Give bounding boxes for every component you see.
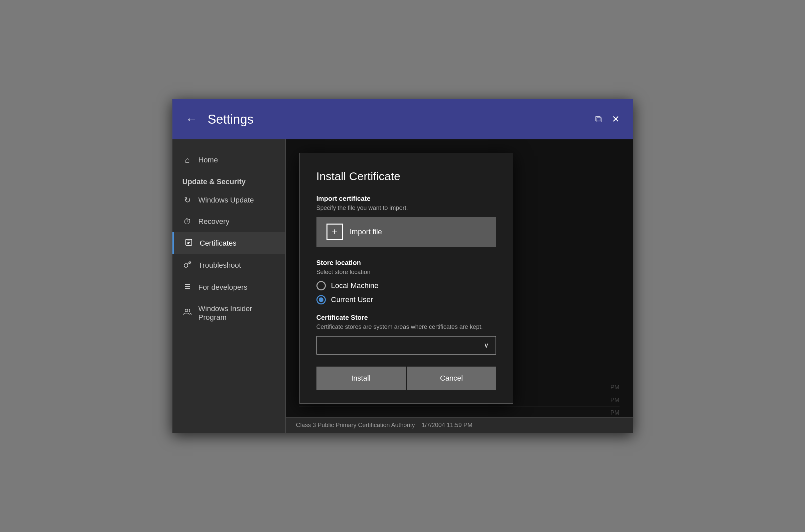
settings-window: ← Settings ⧉ ✕ ⌂ Home Update & Security … — [172, 99, 633, 433]
current-user-label: Current User — [331, 296, 373, 304]
dropdown-arrow-icon: ∨ — [484, 341, 489, 349]
import-plus-icon: + — [326, 224, 343, 240]
store-location-desc: Select store location — [317, 269, 496, 276]
sidebar-item-home[interactable]: ⌂ Home — [172, 149, 285, 171]
recovery-icon: ⏱ — [183, 217, 192, 226]
sidebar-item-for-developers[interactable]: For developers — [172, 277, 285, 299]
import-section-label: Import certificate — [317, 195, 496, 203]
svg-point-4 — [185, 309, 188, 312]
sidebar-item-windows-update[interactable]: ↻ Windows Update — [172, 189, 285, 211]
dialog-buttons: Install Cancel — [317, 366, 496, 390]
store-location-section: Store location Select store location Loc… — [317, 259, 496, 304]
local-machine-radio[interactable] — [317, 281, 326, 290]
current-user-radio[interactable] — [317, 295, 326, 304]
titlebar: ← Settings ⧉ ✕ — [172, 99, 633, 139]
insider-icon — [183, 308, 192, 318]
sidebar-home-label: Home — [198, 156, 218, 165]
cert-store-dropdown[interactable]: ∨ — [317, 336, 496, 355]
dialog-overlay: Install Certificate Import certificate S… — [286, 139, 633, 433]
sidebar-item-insider[interactable]: Windows Insider Program — [172, 299, 285, 328]
local-machine-option[interactable]: Local Machine — [317, 281, 496, 290]
cert-store-section: Certificate Store Certificate stores are… — [317, 314, 496, 355]
sidebar-section-label: Update & Security — [172, 171, 285, 189]
local-machine-label: Local Machine — [331, 281, 379, 290]
sidebar-item-troubleshoot[interactable]: Troubleshoot — [172, 254, 285, 277]
back-button[interactable]: ← — [186, 113, 198, 125]
sidebar: ⌂ Home Update & Security ↻ Windows Updat… — [172, 139, 286, 433]
import-button-label: Import file — [350, 228, 382, 236]
windows-update-icon: ↻ — [183, 195, 192, 205]
main-area: PM PM PM Install Certificate — [286, 139, 633, 433]
bottom-status-bar: Class 3 Public Primary Certification Aut… — [286, 417, 633, 433]
import-file-button[interactable]: + Import file — [317, 217, 496, 247]
bottom-cert-date: 1/7/2004 11:59 PM — [422, 422, 473, 429]
sidebar-insider-label: Windows Insider Program — [198, 304, 252, 322]
sidebar-windows-update-label: Windows Update — [198, 196, 254, 205]
sidebar-item-recovery[interactable]: ⏱ Recovery — [172, 211, 285, 232]
developers-icon — [183, 282, 192, 292]
cancel-button[interactable]: Cancel — [407, 366, 496, 390]
sidebar-certificates-label: Certificates — [200, 239, 236, 248]
troubleshoot-icon — [183, 260, 192, 270]
cert-store-label: Certificate Store — [317, 314, 496, 321]
window-controls: ⧉ ✕ — [595, 115, 619, 124]
restore-button[interactable]: ⧉ — [595, 115, 602, 124]
certificates-icon — [184, 238, 194, 248]
cert-store-desc: Certificate stores are system areas wher… — [317, 323, 496, 330]
current-user-option[interactable]: Current User — [317, 295, 496, 304]
import-section-desc: Specify the file you want to import. — [317, 205, 496, 211]
bottom-cert-name: Class 3 Public Primary Certification Aut… — [296, 422, 415, 429]
content-area: ⌂ Home Update & Security ↻ Windows Updat… — [172, 139, 633, 433]
close-button[interactable]: ✕ — [612, 115, 619, 124]
dialog-title: Install Certificate — [317, 170, 496, 183]
sidebar-recovery-label: Recovery — [198, 217, 230, 226]
install-button[interactable]: Install — [317, 366, 406, 390]
store-location-label: Store location — [317, 259, 496, 267]
home-icon: ⌂ — [183, 155, 192, 165]
sidebar-troubleshoot-label: Troubleshoot — [198, 261, 241, 270]
sidebar-developers-label: For developers — [198, 283, 248, 292]
page-title: Settings — [208, 112, 595, 127]
install-certificate-dialog: Install Certificate Import certificate S… — [300, 153, 513, 404]
sidebar-item-certificates[interactable]: Certificates — [172, 232, 285, 254]
